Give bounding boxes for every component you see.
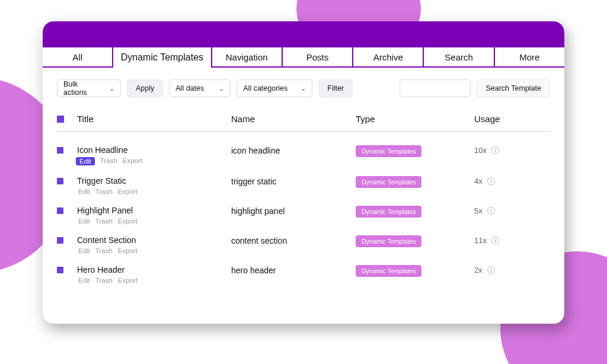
tab-more[interactable]: More [495,47,564,68]
info-icon[interactable]: i [487,207,495,215]
app-window: AllDynamic TemplatesNavigationPostsArchi… [43,21,564,324]
column-header-type[interactable]: Type [356,114,474,124]
info-icon[interactable]: i [487,177,495,185]
dates-label: All dates [175,84,204,92]
row-actions: EditTrashExport [78,157,231,165]
export-action[interactable]: Export [118,277,138,284]
row-checkbox[interactable] [57,267,63,273]
row-checkbox[interactable] [57,147,63,154]
row-checkbox[interactable] [57,207,63,214]
trash-action[interactable]: Trash [95,277,113,284]
tab-all[interactable]: All [43,47,113,68]
edit-action[interactable]: Edit [78,218,90,225]
row-name: highlight panel [231,206,356,216]
search-template-button[interactable]: Search Template [477,79,550,97]
export-action[interactable]: Export [118,247,138,254]
type-badge: Dynamic Templates [356,206,421,218]
trash-action[interactable]: Trash [100,157,117,165]
filter-button[interactable]: Filter [318,79,353,97]
type-badge: Dynamic Templates [356,176,421,188]
edit-action[interactable]: Edit [78,247,90,254]
row-title[interactable]: Highlight Panel [77,206,231,215]
row-actions: EditTrashExport [78,247,231,254]
info-icon[interactable]: i [491,237,499,244]
row-checkbox[interactable] [57,237,63,244]
tab-dynamic-templates[interactable]: Dynamic Templates [113,47,212,68]
column-header-name[interactable]: Name [231,114,356,124]
tab-archive[interactable]: Archive [353,47,424,68]
column-header-title[interactable]: Title [77,114,231,124]
bulk-actions-label: Bulk actions [63,80,103,97]
dates-select[interactable]: All dates ⌄ [169,79,231,97]
trash-action[interactable]: Trash [95,247,113,254]
table-row: Hero HeaderEditTrashExporthero headerDyn… [57,260,550,289]
export-action[interactable]: Export [123,157,142,165]
apply-button[interactable]: Apply [127,79,163,97]
usage-count: 10x [474,146,487,155]
edit-action[interactable]: Edit [76,157,95,165]
row-title[interactable]: Trigger Static [77,176,231,186]
chevron-down-icon: ⌄ [301,85,306,92]
search-input[interactable] [400,79,471,97]
tab-posts[interactable]: Posts [283,47,353,68]
row-name: trigger static [231,176,356,186]
type-badge: Dynamic Templates [356,265,421,277]
info-icon[interactable]: i [487,266,495,274]
row-title[interactable]: Hero Header [77,265,231,274]
edit-action[interactable]: Edit [78,188,90,195]
table-row: Content SectionEditTrashExportcontent se… [57,230,550,260]
tab-search[interactable]: Search [424,47,494,68]
row-title[interactable]: Icon Headline [77,145,231,155]
trash-action[interactable]: Trash [95,218,113,225]
column-header-usage[interactable]: Usage [474,114,545,124]
tab-navigation[interactable]: Navigation [212,47,283,68]
bulk-actions-select[interactable]: Bulk actions ⌄ [57,79,121,97]
table-row: Highlight PanelEditTrashExporthighlight … [57,200,550,230]
row-name: content section [231,235,356,245]
chevron-down-icon: ⌄ [219,85,224,92]
info-icon[interactable]: i [491,146,499,154]
usage-count: 4x [474,177,483,186]
row-actions: EditTrashExport [78,218,231,225]
edit-action[interactable]: Edit [78,277,90,284]
window-titlebar [43,21,564,47]
tab-bar: AllDynamic TemplatesNavigationPostsArchi… [43,47,564,68]
select-all-checkbox[interactable] [57,116,64,123]
row-actions: EditTrashExport [78,277,231,284]
usage-count: 11x [474,236,487,245]
row-name: hero header [231,265,356,275]
categories-label: All categories [243,84,287,92]
usage-count: 5x [474,206,483,215]
toolbar: Bulk actions ⌄ Apply All dates ⌄ All cat… [43,68,564,103]
type-badge: Dynamic Templates [356,235,421,247]
table-row: Icon HeadlineEditTrashExporticon headlin… [57,140,550,171]
table-header-row: Title Name Type Usage [57,103,550,132]
row-title[interactable]: Content Section [77,235,231,245]
row-name: icon headline [231,145,356,155]
table-row: Trigger StaticEditTrashExporttrigger sta… [57,171,550,200]
type-badge: Dynamic Templates [356,145,421,157]
trash-action[interactable]: Trash [95,188,113,195]
row-actions: EditTrashExport [78,188,231,195]
row-checkbox[interactable] [57,178,63,184]
export-action[interactable]: Export [118,188,138,195]
categories-select[interactable]: All categories ⌄ [237,79,312,97]
export-action[interactable]: Export [118,218,138,225]
chevron-down-icon: ⌄ [109,85,114,92]
usage-count: 2x [474,266,483,274]
templates-table: Title Name Type Usage Icon HeadlineEditT… [43,103,564,289]
